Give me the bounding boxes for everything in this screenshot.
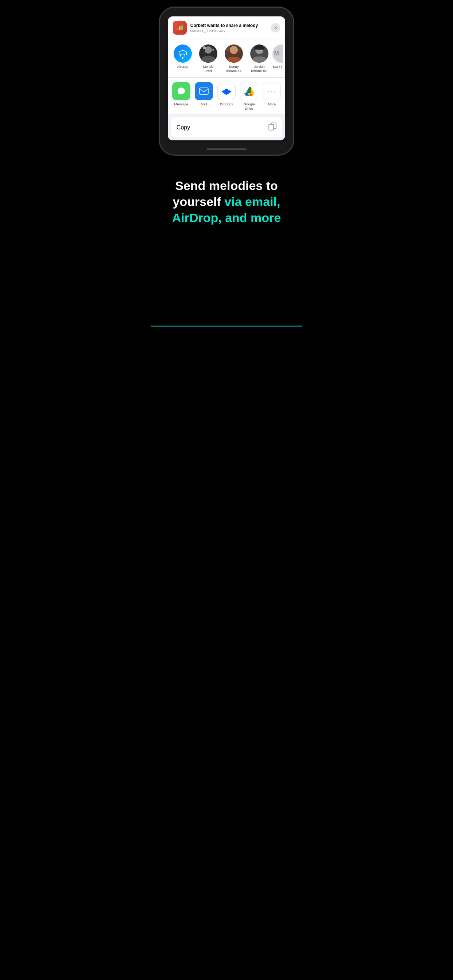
phone-screen: Corbett wants to share a melody summer_d… xyxy=(163,11,290,146)
svg-rect-3 xyxy=(199,88,208,94)
bottom-bar xyxy=(151,326,302,327)
app-icon xyxy=(173,21,187,35)
airdrop-icon xyxy=(179,50,187,59)
copy-icon xyxy=(268,123,276,132)
more-dots-icon: ··· xyxy=(268,87,276,95)
action-item-message[interactable]: Message xyxy=(170,82,193,110)
share-sheet: Corbett wants to share a melody summer_d… xyxy=(168,16,285,140)
sunny-label: Sunny iPhone 11 xyxy=(226,65,242,73)
mail-label: Mail xyxy=(201,102,207,106)
home-indicator xyxy=(206,148,247,150)
gdrive-icon-wrap xyxy=(240,82,258,100)
gdrive-label: GoogleDrive xyxy=(244,102,255,110)
share-title: Corbett wants to share a melody xyxy=(190,23,267,29)
person-item-sunny[interactable]: Sunny iPhone 11 xyxy=(221,45,247,73)
sunny-avatar xyxy=(225,45,243,63)
phone-frame: Corbett wants to share a melody summer_d… xyxy=(159,6,295,156)
jordan-label: JordaniPhone XR xyxy=(251,65,267,73)
close-icon: ✕ xyxy=(274,25,277,30)
share-title-block: Corbett wants to share a melody summer_d… xyxy=(190,23,267,33)
person-item-jordan[interactable]: JordaniPhone XR xyxy=(247,45,272,73)
svg-rect-1 xyxy=(179,26,180,30)
action-item-dropbox[interactable]: Dropbox xyxy=(215,82,238,110)
gdrive-icon xyxy=(244,86,254,96)
person-item-mondo[interactable]: MondoiPad xyxy=(196,45,221,73)
svg-rect-0 xyxy=(177,28,179,30)
person-item-maik[interactable]: M MaikT xyxy=(272,45,283,73)
melody-icon xyxy=(176,24,184,32)
tagline: Send melodies to yourself via email, Air… xyxy=(166,178,287,226)
copy-row[interactable]: Copy xyxy=(171,118,282,137)
dropbox-label: Dropbox xyxy=(220,102,233,106)
more-label: More xyxy=(268,102,276,106)
mail-icon xyxy=(199,88,209,95)
more-icon-wrap: ··· xyxy=(263,82,281,100)
action-item-gdrive[interactable]: GoogleDrive xyxy=(238,82,260,110)
mondo-label: MondoiPad xyxy=(203,65,214,73)
share-subtitle: summer_dreams.wav xyxy=(190,29,267,33)
action-item-mail[interactable]: Mail xyxy=(193,82,215,110)
action-item-more[interactable]: ··· More xyxy=(260,82,283,110)
message-icon-wrap xyxy=(172,82,190,100)
phone-container: Corbett wants to share a melody summer_d… xyxy=(151,0,302,156)
mail-icon-wrap xyxy=(195,82,213,100)
dropbox-icon-wrap xyxy=(217,82,236,100)
actions-row: Message Mail xyxy=(168,78,285,115)
person-item-airdrop[interactable]: Airdrop xyxy=(170,45,196,73)
page-wrapper: Corbett wants to share a melody summer_d… xyxy=(151,0,302,327)
dropbox-icon xyxy=(222,86,231,96)
message-icon xyxy=(177,86,186,96)
people-row: Airdrop Mondoi xyxy=(168,40,285,78)
copy-label: Copy xyxy=(177,124,190,131)
message-label: Message xyxy=(174,102,188,106)
mondo-avatar xyxy=(199,45,217,63)
share-header: Corbett wants to share a melody summer_d… xyxy=(168,16,285,40)
jordan-avatar xyxy=(250,45,268,63)
airdrop-label: Airdrop xyxy=(177,65,188,68)
close-button[interactable]: ✕ xyxy=(271,23,280,32)
svg-rect-16 xyxy=(269,124,274,130)
maik-avatar-partial: M xyxy=(273,45,283,63)
tagline-section: Send melodies to yourself via email, Air… xyxy=(151,156,302,326)
copy-icon-svg xyxy=(268,123,276,130)
svg-rect-2 xyxy=(181,25,183,30)
airdrop-avatar xyxy=(174,45,192,63)
